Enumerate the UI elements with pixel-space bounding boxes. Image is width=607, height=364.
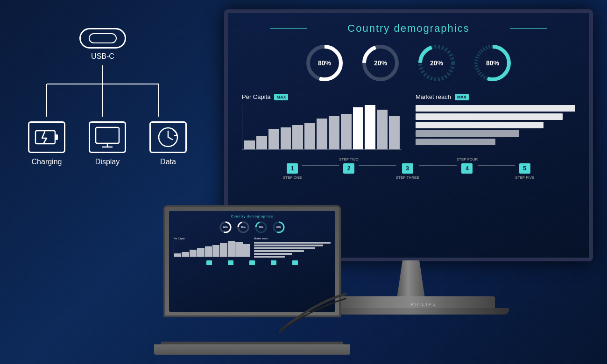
lhbar-1 (254, 242, 331, 244)
laptop-screen: Country demographics 80% 20% (169, 211, 335, 312)
donut-1-label: 80% (318, 59, 331, 67)
data-label: Data (160, 158, 176, 166)
laptop-per-capita-title: Per Capita (174, 237, 250, 240)
step-4-badge: 4 (461, 163, 473, 174)
laptop-donuts: 80% 20% 20% (174, 220, 331, 234)
step-5-bot: STEP FIVE (515, 175, 534, 180)
laptop-step-5 (292, 260, 298, 265)
laptop-donut-1: 80% (219, 220, 233, 234)
laptop-per-capita: Per Capita (174, 237, 250, 258)
hbar-2 (416, 113, 563, 120)
step-5-badge: 5 (519, 163, 530, 174)
laptop-section: Country demographics 80% 20% (154, 205, 350, 355)
market-reach-bars (416, 103, 575, 147)
hbar-row-1 (416, 105, 575, 112)
step-2-top: STEP TWO (339, 157, 359, 161)
icons-row: Charging Display (28, 121, 187, 166)
donut-1: 80% (304, 42, 346, 84)
per-capita-title: Per Capita (242, 93, 270, 100)
per-capita-bars (242, 103, 402, 150)
display-box (89, 121, 126, 153)
lbar-10 (243, 244, 250, 257)
laptop-step-2 (228, 260, 233, 265)
display-item: Display (89, 121, 126, 166)
charging-item: Charging (28, 121, 65, 166)
charging-label: Charging (32, 158, 62, 166)
step-line-1 (302, 165, 339, 166)
laptop-step-4 (271, 260, 276, 265)
svg-rect-5 (35, 131, 55, 144)
step-1-bot: STEP ONE (283, 175, 302, 180)
data-icon (157, 126, 179, 148)
bar-1 (244, 140, 255, 149)
lhbar-3 (254, 247, 315, 249)
per-capita-title-row: Per Capita MAX (242, 93, 402, 100)
bar-5 (292, 125, 303, 149)
data-box (149, 121, 187, 153)
laptop-market-reach: Market reach (254, 237, 331, 258)
hbar-5 (416, 139, 495, 145)
donut-2: 20% (360, 42, 402, 84)
lhbar-6 (254, 256, 285, 258)
display-icon (95, 126, 120, 148)
usbc-label: USB-C (79, 52, 126, 61)
laptop-step-line-3 (256, 263, 270, 263)
step-1-badge: 1 (287, 163, 298, 174)
bar-7 (317, 119, 327, 150)
bar-9 (341, 114, 352, 149)
bar-13 (389, 116, 400, 149)
lbar-2 (182, 252, 189, 257)
step-1-item: 1 STEP ONE (283, 157, 302, 180)
hbar-1 (416, 105, 575, 112)
laptop-step-line-1 (213, 263, 227, 263)
lbar-7 (220, 243, 227, 257)
laptop-base (154, 344, 350, 355)
laptop-donut-4-label: 80% (276, 226, 281, 229)
lbar-1 (174, 253, 181, 257)
usbc-diagram: USB-C (19, 14, 196, 210)
lbar-8 (228, 241, 235, 257)
screen-title: Country demographics (242, 22, 575, 35)
bar-2 (256, 136, 267, 150)
bar-11 (365, 105, 375, 149)
step-3-badge: 3 (402, 163, 413, 174)
monitor-stand (397, 260, 425, 298)
lhbar-4 (254, 250, 304, 252)
per-capita-max: MAX (274, 94, 288, 100)
step-line-2 (359, 165, 396, 166)
display-label: Display (95, 158, 120, 166)
step-line-4 (478, 165, 515, 166)
step-4-bot (466, 175, 467, 180)
hbar-row-5 (416, 139, 575, 145)
laptop-donut-1-label: 80% (223, 226, 228, 229)
usbc-icon (79, 28, 126, 49)
bar-8 (329, 116, 339, 149)
tree-diagram (28, 65, 177, 121)
laptop-step-3 (249, 260, 255, 265)
market-reach-chart: Market reach MAX (416, 93, 575, 150)
charging-icon (35, 126, 59, 148)
steps-row: 1 STEP ONE STEP TWO 2 3 STEP THREE (242, 157, 575, 180)
laptop-market-reach-title: Market reach (254, 237, 331, 240)
lbar-9 (235, 242, 242, 257)
laptop-donut-2: 20% (236, 220, 250, 234)
laptop-steps (174, 260, 331, 265)
step-3-bot: STEP THREE (396, 175, 419, 180)
laptop-step-line-2 (234, 263, 248, 263)
svg-rect-7 (96, 127, 119, 143)
laptop-donut-4: 80% (272, 220, 286, 234)
data-item: Data (149, 121, 187, 166)
step-line-3 (419, 165, 457, 166)
step-4-top: STEP FOUR (457, 157, 478, 161)
step-4-item: STEP FOUR 4 (457, 157, 478, 180)
bar-6 (304, 123, 315, 149)
lbar-5 (205, 246, 212, 257)
market-reach-max: MAX (455, 94, 469, 100)
per-capita-chart: Per Capita MAX (242, 93, 402, 150)
step-5-item: 5 STEP FIVE (515, 157, 534, 180)
step-2-item: STEP TWO 2 (339, 157, 359, 180)
lbar-6 (212, 245, 219, 257)
laptop-step-1 (206, 260, 212, 265)
donut-3: 20% (416, 42, 458, 84)
laptop-screen-title: Country demographics (174, 215, 331, 218)
